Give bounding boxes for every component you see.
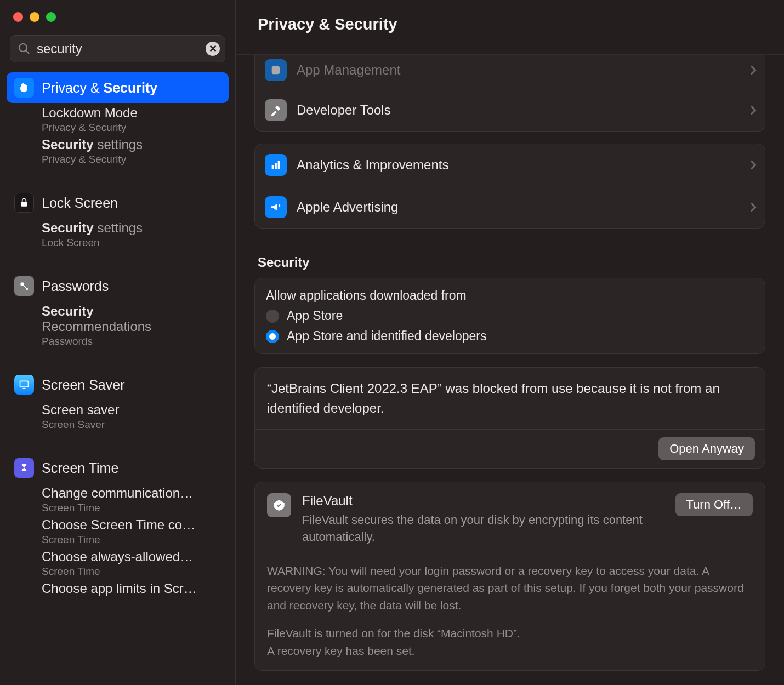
result-title: Choose app limits in Scr… [42, 581, 221, 596]
list-card-top: App Management Developer Tools [254, 55, 765, 132]
search-result-change-communication[interactable]: Change communication… Screen Time [7, 483, 229, 515]
row-app-management[interactable]: App Management [255, 55, 765, 89]
allow-applications-card: Allow applications downloaded from App S… [254, 278, 765, 354]
filevault-turn-off-button[interactable]: Turn Off… [675, 493, 753, 516]
hourglass-icon [14, 458, 34, 478]
search-result-choose-screentime-content[interactable]: Choose Screen Time co… Screen Time [7, 515, 229, 547]
filevault-title: FileVault [302, 493, 664, 509]
svg-rect-4 [20, 381, 29, 387]
page-title: Privacy & Security [258, 15, 397, 33]
sidebar-item-passwords[interactable]: Passwords [7, 271, 229, 301]
svg-rect-2 [21, 202, 27, 206]
chevron-right-icon [747, 66, 757, 75]
result-title: Security settings [42, 137, 221, 152]
result-path: Passwords [42, 335, 221, 347]
search-result-lockdown-mode[interactable]: Lockdown Mode Privacy & Security [7, 103, 229, 135]
search-results: Privacy & Security Lockdown Mode Privacy… [0, 72, 235, 597]
svg-rect-5 [272, 66, 280, 75]
chevron-right-icon [747, 106, 757, 115]
search-result-choose-always-allowed[interactable]: Choose always-allowed… Screen Time [7, 547, 229, 579]
search-result-security-settings-privacy[interactable]: Security settings Privacy & Security [7, 135, 229, 167]
bar-chart-icon [265, 154, 287, 176]
radio-app-store[interactable]: App Store [266, 309, 754, 323]
filevault-icon [267, 493, 291, 517]
result-path: Privacy & Security [42, 122, 221, 134]
sidebar-item-lock-screen[interactable]: Lock Screen [7, 187, 229, 218]
open-anyway-button[interactable]: Open Anyway [658, 437, 755, 460]
row-label: App Management [297, 62, 738, 78]
result-title: Change communication… [42, 486, 221, 501]
sidebar-item-label: Screen Time [42, 460, 118, 476]
search-icon [18, 42, 31, 55]
result-path: Screen Time [42, 534, 221, 546]
svg-point-0 [19, 44, 27, 52]
row-developer-tools[interactable]: Developer Tools [255, 89, 765, 131]
svg-rect-7 [275, 163, 277, 169]
screensaver-icon [14, 375, 34, 395]
result-path: Privacy & Security [42, 153, 221, 165]
filevault-warning: WARNING: You will need your login passwo… [267, 562, 753, 614]
hand-icon [14, 78, 34, 98]
result-path: Screen Time [42, 502, 221, 514]
result-path: Lock Screen [42, 237, 221, 249]
search-field: ✕ [10, 35, 225, 62]
minimize-icon[interactable] [30, 12, 39, 22]
chevron-right-icon [747, 203, 757, 212]
sidebar-item-screen-saver[interactable]: Screen Saver [7, 369, 229, 400]
chevron-right-icon [747, 161, 757, 170]
key-icon [14, 276, 34, 296]
main-panel: Privacy & Security App Management Develo… [236, 0, 784, 685]
sidebar-item-label: Lock Screen [42, 195, 118, 211]
filevault-status: FileVault is turned on for the disk “Mac… [267, 625, 753, 659]
radio-label: App Store [287, 309, 343, 323]
maximize-icon[interactable] [46, 12, 56, 22]
blocked-app-message: “JetBrains Client 2022.3 EAP” was blocke… [255, 368, 765, 430]
search-result-choose-app-limits[interactable]: Choose app limits in Scr… [7, 579, 229, 597]
search-result-security-recommendations[interactable]: Security Recommendations Passwords [7, 301, 229, 349]
sidebar-item-label: Passwords [42, 278, 109, 294]
result-title: Lockdown Mode [42, 105, 221, 121]
security-heading: Security [258, 255, 765, 270]
row-apple-advertising[interactable]: Apple Advertising [255, 186, 765, 228]
svg-point-3 [20, 282, 24, 286]
blocked-app-card: “JetBrains Client 2022.3 EAP” was blocke… [254, 367, 765, 469]
radio-app-store-identified[interactable]: App Store and identified developers [266, 329, 754, 344]
radio-label: App Store and identified developers [287, 329, 486, 344]
sidebar-item-screen-time[interactable]: Screen Time [7, 453, 229, 483]
result-title: Security settings [42, 220, 221, 236]
svg-rect-8 [278, 161, 280, 169]
result-title: Choose Screen Time co… [42, 517, 221, 533]
search-result-security-settings-lock[interactable]: Security settings Lock Screen [7, 218, 229, 250]
titlebar: Privacy & Security [236, 0, 784, 55]
radio-indicator-off-icon [266, 310, 279, 323]
clear-search-button[interactable]: ✕ [206, 42, 220, 56]
svg-line-1 [26, 50, 29, 54]
sidebar-item-label: Privacy & Security [42, 80, 157, 96]
search-input[interactable] [10, 35, 225, 62]
result-path: Screen Time [42, 566, 221, 578]
content-scroll[interactable]: App Management Developer Tools Analyt [236, 55, 784, 685]
search-result-screen-saver[interactable]: Screen saver Screen Saver [7, 400, 229, 432]
svg-rect-6 [272, 165, 274, 169]
result-title: Screen saver [42, 402, 221, 418]
window-controls [0, 10, 235, 35]
row-label: Developer Tools [297, 102, 738, 118]
sidebar: ✕ Privacy & Security Lockdown Mode Priva… [0, 0, 236, 685]
lock-icon [14, 193, 34, 213]
list-card-mid: Analytics & Improvements Apple Advertisi… [254, 144, 765, 229]
filevault-card: FileVault FileVault secures the data on … [254, 482, 765, 671]
sidebar-item-privacy-security[interactable]: Privacy & Security [7, 72, 229, 103]
row-label: Apple Advertising [297, 199, 738, 215]
close-icon[interactable] [13, 12, 23, 22]
allow-applications-label: Allow applications downloaded from [266, 288, 754, 303]
result-title-part2: Recommendations [42, 319, 221, 334]
result-title-part1: Security [42, 304, 94, 318]
sidebar-item-label: Screen Saver [42, 377, 124, 393]
system-settings-window: ✕ Privacy & Security Lockdown Mode Priva… [0, 0, 784, 685]
row-analytics[interactable]: Analytics & Improvements [255, 144, 765, 186]
megaphone-icon [265, 196, 287, 218]
result-title: Choose always-allowed… [42, 549, 221, 564]
filevault-description: FileVault secures the data on your disk … [302, 512, 664, 546]
radio-indicator-on-icon [266, 330, 279, 343]
row-label: Analytics & Improvements [297, 157, 738, 173]
